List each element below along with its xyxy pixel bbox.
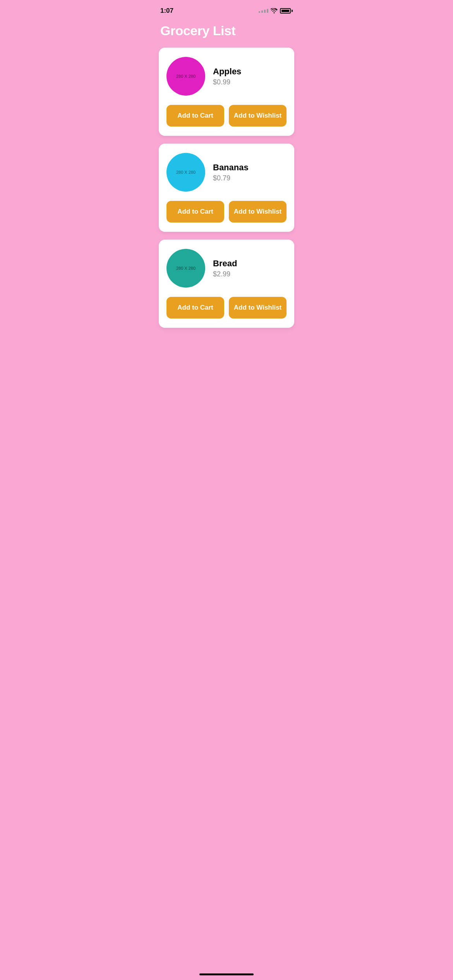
product-info-bananas: 280 X 280 Bananas $0.79 (166, 153, 287, 192)
product-card-bananas: 280 X 280 Bananas $0.79 Add to Cart Add … (159, 144, 294, 232)
product-info-apples: 280 X 280 Apples $0.99 (166, 57, 287, 96)
product-price-bananas: $0.79 (213, 174, 287, 182)
battery-icon (280, 8, 293, 14)
signal-icon (259, 9, 268, 13)
product-details-bread: Bread $2.99 (213, 259, 287, 278)
product-card-apples: 280 X 280 Apples $0.99 Add to Cart Add t… (159, 48, 294, 136)
product-name-apples: Apples (213, 67, 287, 77)
status-time: 1:07 (160, 7, 173, 15)
button-row-bread: Add to Cart Add to Wishlist (166, 297, 287, 319)
product-details-apples: Apples $0.99 (213, 67, 287, 86)
add-to-wishlist-button-apples[interactable]: Add to Wishlist (229, 105, 287, 127)
button-row-bananas: Add to Cart Add to Wishlist (166, 201, 287, 223)
page-title: Grocery List (151, 19, 302, 48)
add-to-cart-button-apples[interactable]: Add to Cart (166, 105, 224, 127)
product-details-bananas: Bananas $0.79 (213, 163, 287, 182)
add-to-wishlist-button-bananas[interactable]: Add to Wishlist (229, 201, 287, 223)
product-name-bananas: Bananas (213, 163, 287, 173)
product-image-bread: 280 X 280 (166, 249, 205, 288)
product-name-bread: Bread (213, 259, 287, 269)
product-price-apples: $0.99 (213, 78, 287, 86)
product-image-apples: 280 X 280 (166, 57, 205, 96)
product-price-bread: $2.99 (213, 270, 287, 278)
add-to-cart-button-bread[interactable]: Add to Cart (166, 297, 224, 319)
button-row-apples: Add to Cart Add to Wishlist (166, 105, 287, 127)
status-bar: 1:07 (151, 0, 302, 19)
add-to-wishlist-button-bread[interactable]: Add to Wishlist (229, 297, 287, 319)
product-image-bananas: 280 X 280 (166, 153, 205, 192)
product-card-bread: 280 X 280 Bread $2.99 Add to Cart Add to… (159, 240, 294, 328)
product-info-bread: 280 X 280 Bread $2.99 (166, 249, 287, 288)
wifi-icon (271, 8, 278, 14)
product-list: 280 X 280 Apples $0.99 Add to Cart Add t… (151, 48, 302, 328)
add-to-cart-button-bananas[interactable]: Add to Cart (166, 201, 224, 223)
status-icons (259, 8, 293, 14)
